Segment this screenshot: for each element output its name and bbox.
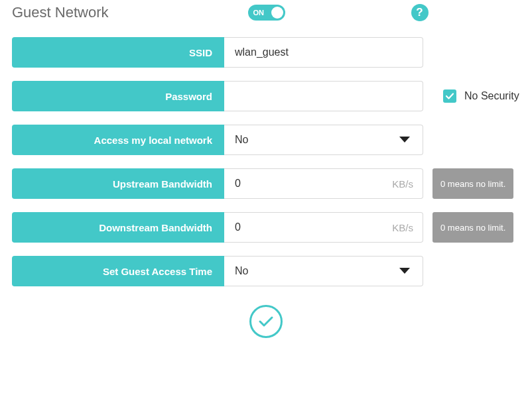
access-time-select-wrap: No bbox=[224, 256, 423, 286]
no-security-label: No Security bbox=[464, 90, 519, 102]
password-row: Password No Security bbox=[12, 81, 520, 111]
password-input-wrap bbox=[224, 81, 423, 111]
downstream-unit: KB/s bbox=[392, 222, 413, 233]
access-time-value: No bbox=[235, 265, 248, 277]
no-security-checkbox[interactable] bbox=[443, 89, 456, 103]
downstream-row: Downstream Bandwidth KB/s 0 means no lim… bbox=[12, 212, 520, 243]
password-input[interactable] bbox=[224, 82, 423, 111]
check-icon bbox=[256, 312, 276, 331]
check-icon bbox=[445, 91, 454, 101]
submit-row bbox=[12, 305, 520, 338]
ssid-row: SSID bbox=[12, 37, 520, 68]
password-label: Password bbox=[12, 81, 224, 111]
downstream-input-wrap: KB/s bbox=[224, 212, 423, 243]
access-time-row: Set Guest Access Time No bbox=[12, 256, 520, 286]
submit-button[interactable] bbox=[249, 305, 283, 338]
upstream-input-wrap: KB/s bbox=[224, 168, 423, 199]
toggle-on-label: ON bbox=[253, 9, 265, 17]
header-row: Guest Network ON ? bbox=[12, 4, 520, 21]
upstream-label: Upstream Bandwidth bbox=[12, 168, 224, 199]
access-time-select[interactable]: No bbox=[224, 257, 423, 286]
ssid-input-wrap bbox=[224, 37, 423, 68]
access-local-label: Access my local network bbox=[12, 125, 224, 155]
chevron-down-icon bbox=[399, 267, 411, 275]
access-local-select[interactable]: No bbox=[224, 125, 423, 154]
upstream-note: 0 means no limit. bbox=[432, 168, 513, 199]
access-time-label: Set Guest Access Time bbox=[12, 256, 224, 286]
downstream-note: 0 means no limit. bbox=[432, 212, 513, 243]
page-title: Guest Network bbox=[12, 4, 109, 21]
ssid-label: SSID bbox=[12, 37, 224, 68]
upstream-unit: KB/s bbox=[392, 178, 413, 190]
access-local-value: No bbox=[235, 134, 248, 146]
ssid-input[interactable] bbox=[224, 38, 423, 67]
toggle-knob bbox=[271, 7, 283, 19]
downstream-label: Downstream Bandwidth bbox=[12, 212, 224, 243]
toggle-wrap: ON bbox=[248, 5, 285, 21]
chevron-down-icon bbox=[399, 136, 411, 144]
access-local-select-wrap: No bbox=[224, 125, 423, 155]
upstream-row: Upstream Bandwidth KB/s 0 means no limit… bbox=[12, 168, 520, 199]
guest-network-toggle[interactable]: ON bbox=[248, 5, 285, 21]
access-local-row: Access my local network No bbox=[12, 125, 520, 155]
no-security-wrap: No Security bbox=[443, 81, 519, 111]
help-icon[interactable]: ? bbox=[411, 4, 429, 21]
